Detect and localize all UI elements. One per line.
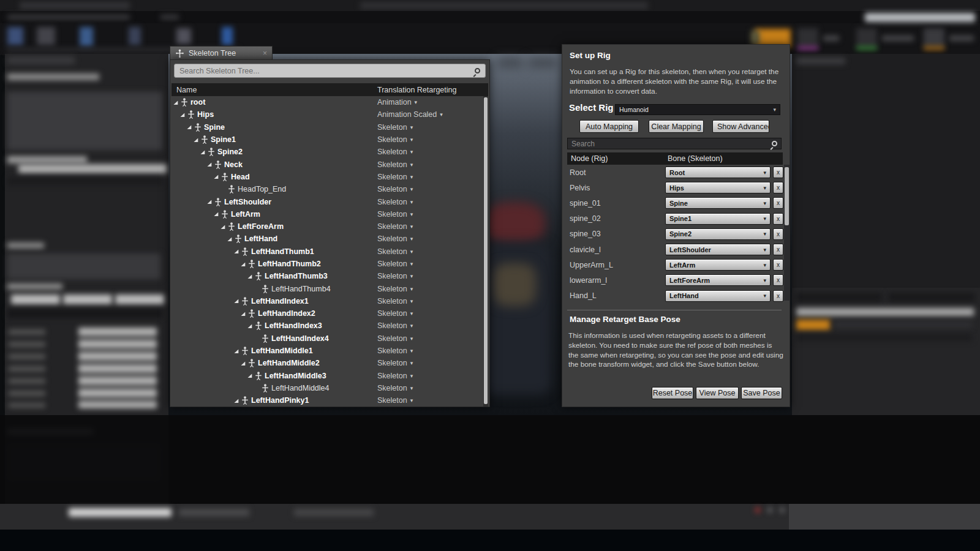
expand-arrow-icon[interactable]: ◢: [201, 149, 208, 155]
expand-arrow-icon[interactable]: ◢: [208, 162, 214, 167]
reset-pose-button[interactable]: Reset Pose: [652, 387, 693, 399]
translation-retargeting-dropdown[interactable]: Skeleton ▾: [377, 297, 413, 305]
remove-mapping-button[interactable]: x: [773, 259, 783, 271]
tree-scrollbar[interactable]: [483, 96, 488, 407]
translation-retargeting-dropdown[interactable]: Skeleton ▾: [377, 247, 413, 256]
save-pose-button[interactable]: Save Pose: [741, 387, 782, 399]
translation-retargeting-dropdown[interactable]: Animation Scaled ▾: [377, 110, 443, 119]
remove-mapping-button[interactable]: x: [773, 228, 783, 240]
expand-arrow-icon[interactable]: ◢: [214, 211, 221, 217]
skeleton-tree-row[interactable]: ◢ LeftHandMiddle2 Skeleton ▾: [172, 357, 483, 369]
translation-retargeting-dropdown[interactable]: Skeleton ▾: [377, 173, 413, 181]
translation-retargeting-dropdown[interactable]: Skeleton ▾: [377, 321, 413, 330]
expand-arrow-icon[interactable]: ◢: [235, 398, 241, 403]
skeleton-tree-row[interactable]: ◢ LeftHandMiddle3 Skeleton ▾: [172, 370, 483, 382]
translation-retargeting-column-header[interactable]: Translation Retargeting: [377, 86, 456, 94]
remove-mapping-button[interactable]: x: [773, 167, 783, 178]
translation-retargeting-dropdown[interactable]: Animation ▾: [377, 98, 417, 107]
show-advanced-button[interactable]: Show Advanced: [712, 120, 769, 133]
bone-select-dropdown[interactable]: LeftHand ▾: [665, 290, 771, 302]
expand-arrow-icon[interactable]: ◢: [174, 100, 181, 105]
skeleton-tree-row[interactable]: ◢ HeadTop_End Skeleton ▾: [172, 183, 483, 195]
translation-retargeting-dropdown[interactable]: Skeleton ▾: [377, 384, 413, 392]
tree-scrollbar-thumb[interactable]: [484, 97, 488, 404]
expand-arrow-icon[interactable]: ◢: [214, 174, 221, 179]
skeleton-tree-row[interactable]: ◢ LeftShoulder Skeleton ▾: [172, 195, 483, 208]
skeleton-tree-row[interactable]: ◢ LeftForeArm Skeleton ▾: [172, 220, 483, 233]
expand-arrow-icon[interactable]: ◢: [235, 249, 241, 254]
skeleton-tree-row[interactable]: ◢ LeftHandThumb3 Skeleton ▾: [172, 270, 483, 282]
view-pose-button[interactable]: View Pose: [696, 387, 739, 399]
remove-mapping-button[interactable]: x: [773, 213, 783, 225]
bone-select-dropdown[interactable]: Root ▾: [665, 167, 771, 178]
expand-arrow-icon[interactable]: ◢: [248, 323, 255, 329]
rig-search-input[interactable]: Search: [567, 138, 782, 149]
tab-close-icon[interactable]: ×: [263, 49, 267, 58]
skeleton-tree-row[interactable]: ◢ LeftHandMiddle4 Skeleton ▾: [172, 382, 483, 394]
skeleton-tree-tab[interactable]: Skeleton Tree ×: [170, 46, 273, 60]
skeleton-tree-search-input[interactable]: Search Skeleton Tree...: [174, 64, 486, 78]
skeleton-tree-row[interactable]: ◢ LeftHandIndex4 Skeleton ▾: [172, 332, 483, 345]
skeleton-tree-row[interactable]: ◢ LeftHandThumb4 Skeleton ▾: [172, 282, 483, 294]
skeleton-tree-row[interactable]: ◢ Spine Skeleton ▾: [172, 121, 483, 133]
skeleton-tree-row[interactable]: ◢ root Animation ▾: [172, 96, 483, 108]
translation-retargeting-dropdown[interactable]: Skeleton ▾: [377, 123, 413, 132]
name-column-header[interactable]: Name: [172, 86, 197, 94]
expand-arrow-icon[interactable]: ◢: [241, 311, 248, 317]
skeleton-tree-row[interactable]: ◢ LeftHandPinky1 Skeleton ▾: [172, 394, 483, 407]
translation-retargeting-dropdown[interactable]: Skeleton ▾: [377, 135, 413, 144]
mapping-scrollbar-thumb[interactable]: [785, 167, 789, 225]
translation-retargeting-dropdown[interactable]: Skeleton ▾: [377, 285, 413, 293]
bone-select-dropdown[interactable]: LeftShoulder ▾: [665, 244, 771, 255]
translation-retargeting-dropdown[interactable]: Skeleton ▾: [377, 148, 413, 156]
auto-mapping-button[interactable]: Auto Mapping: [579, 120, 639, 133]
bone-select-dropdown[interactable]: Hips ▾: [665, 182, 771, 193]
skeleton-tree-row[interactable]: ◢ LeftHandIndex2 Skeleton ▾: [172, 307, 483, 320]
bone-select-dropdown[interactable]: Spine ▾: [665, 197, 771, 209]
clear-mapping-button[interactable]: Clear Mapping: [649, 120, 704, 133]
skeleton-tree-row[interactable]: ◢ LeftHandThumb2 Skeleton ▾: [172, 258, 483, 270]
skeleton-tree-row[interactable]: ◢ Spine1 Skeleton ▾: [172, 133, 483, 146]
translation-retargeting-dropdown[interactable]: Skeleton ▾: [377, 260, 413, 268]
skeleton-tree-row[interactable]: ◢ Head Skeleton ▾: [172, 171, 483, 183]
translation-retargeting-dropdown[interactable]: Skeleton ▾: [377, 334, 413, 343]
mapping-scrollbar[interactable]: [784, 165, 790, 301]
select-rig-dropdown[interactable]: Humanoid ▾: [615, 104, 780, 115]
translation-retargeting-dropdown[interactable]: Skeleton ▾: [377, 222, 413, 231]
expand-arrow-icon[interactable]: ◢: [187, 124, 194, 130]
remove-mapping-button[interactable]: x: [773, 274, 783, 286]
skeleton-tree-row[interactable]: ◢ LeftArm Skeleton ▾: [172, 208, 483, 220]
skeleton-tree-row[interactable]: ◢ LeftHand Skeleton ▾: [172, 233, 483, 245]
skeleton-tree-row[interactable]: ◢ Spine2 Skeleton ▾: [172, 146, 483, 158]
translation-retargeting-dropdown[interactable]: Skeleton ▾: [377, 372, 413, 380]
translation-retargeting-dropdown[interactable]: Skeleton ▾: [377, 396, 413, 405]
expand-arrow-icon[interactable]: ◢: [235, 298, 241, 304]
remove-mapping-button[interactable]: x: [773, 244, 783, 255]
remove-mapping-button[interactable]: x: [773, 290, 783, 302]
bone-select-dropdown[interactable]: Spine1 ▾: [665, 213, 771, 225]
expand-arrow-icon[interactable]: ◢: [181, 112, 187, 118]
expand-arrow-icon[interactable]: ◢: [228, 236, 235, 242]
expand-arrow-icon[interactable]: ◢: [241, 261, 248, 267]
translation-retargeting-dropdown[interactable]: Skeleton ▾: [377, 347, 413, 355]
expand-arrow-icon[interactable]: ◢: [248, 274, 255, 279]
expand-arrow-icon[interactable]: ◢: [208, 199, 214, 204]
bone-select-dropdown[interactable]: LeftArm ▾: [665, 259, 771, 271]
translation-retargeting-dropdown[interactable]: Skeleton ▾: [377, 234, 413, 243]
expand-arrow-icon[interactable]: ◢: [235, 348, 241, 354]
skeleton-tree-row[interactable]: ◢ Hips Animation Scaled ▾: [172, 108, 483, 121]
skeleton-tree-row[interactable]: ◢ LeftHandMiddle1 Skeleton ▾: [172, 345, 483, 357]
expand-arrow-icon[interactable]: ◢: [221, 224, 228, 230]
translation-retargeting-dropdown[interactable]: Skeleton ▾: [377, 185, 413, 193]
translation-retargeting-dropdown[interactable]: Skeleton ▾: [377, 160, 413, 169]
expand-arrow-icon[interactable]: ◢: [194, 137, 201, 143]
skeleton-tree-row[interactable]: ◢ LeftHandIndex1 Skeleton ▾: [172, 295, 483, 307]
skeleton-tree-row[interactable]: ◢ LeftHandThumb1 Skeleton ▾: [172, 246, 483, 258]
translation-retargeting-dropdown[interactable]: Skeleton ▾: [377, 198, 413, 206]
skeleton-tree-row[interactable]: ◢ LeftHandIndex3 Skeleton ▾: [172, 320, 483, 332]
translation-retargeting-dropdown[interactable]: Skeleton ▾: [377, 272, 413, 280]
skeleton-tree-row[interactable]: ◢ Neck Skeleton ▾: [172, 158, 483, 170]
remove-mapping-button[interactable]: x: [773, 182, 783, 193]
expand-arrow-icon[interactable]: ◢: [248, 373, 255, 378]
expand-arrow-icon[interactable]: ◢: [241, 361, 248, 366]
